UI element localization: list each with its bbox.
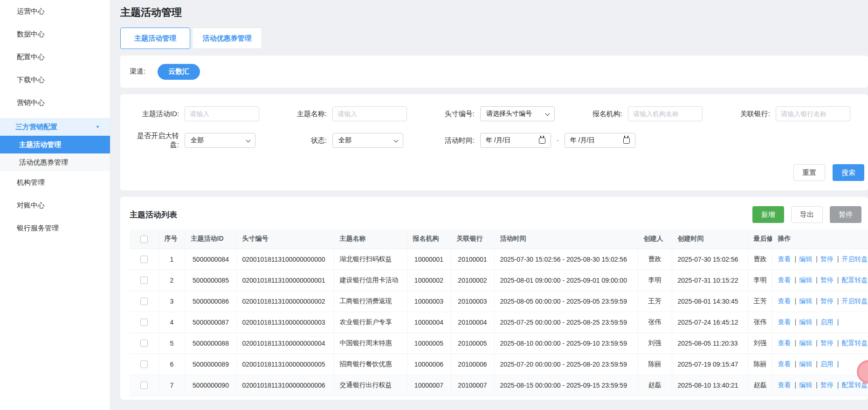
table-row: 5500000008802001018113100000000004中国银行周末… bbox=[130, 333, 868, 354]
sidebar-item-bank-service-mgmt[interactable]: 银行服务管理 bbox=[0, 217, 110, 240]
action-separator: | bbox=[837, 339, 839, 347]
cell-created: 2025-08-01 14:30:45 bbox=[672, 291, 748, 312]
field-label: 是否开启大转盘: bbox=[130, 132, 185, 149]
sidebar-item-download-center[interactable]: 下载中心 bbox=[0, 69, 110, 91]
action-pause-enable-link[interactable]: 暂停 bbox=[820, 381, 834, 389]
select-all-checkbox[interactable] bbox=[140, 236, 148, 243]
action-view-link[interactable]: 查看 bbox=[778, 276, 791, 284]
date-range-separator: - bbox=[557, 137, 559, 144]
sidebar-item-label: 营销中心 bbox=[17, 98, 45, 107]
sidebar-item-institution-mgmt[interactable]: 机构管理 bbox=[0, 171, 110, 194]
cell-creator: 赵磊 bbox=[638, 375, 672, 396]
field-label: 主题名称: bbox=[277, 110, 332, 118]
bank-input[interactable] bbox=[776, 106, 850, 121]
cell-position_no: 02001018113100000000006 bbox=[236, 375, 334, 396]
start-date-input[interactable]: 年 /月/日 bbox=[480, 133, 551, 148]
sidebar-item-marketing-center[interactable]: 营销中心 bbox=[0, 91, 110, 114]
filter-field-activity-time: 活动时间: 年 /月/日 - 年 /月/日 bbox=[425, 132, 635, 149]
action-wheel-link[interactable]: 配置转盘 bbox=[841, 276, 868, 284]
cell-seq: 5 bbox=[158, 333, 185, 354]
channel-chip-yunshuhui[interactable]: 云数汇 bbox=[158, 64, 200, 80]
status-select[interactable]: 全部 bbox=[332, 133, 403, 148]
row-checkbox[interactable] bbox=[140, 256, 148, 263]
sidebar-item-config-center[interactable]: 配置中心 bbox=[0, 46, 110, 69]
action-edit-link[interactable]: 编辑 bbox=[799, 276, 812, 284]
action-view-link[interactable]: 查看 bbox=[778, 381, 791, 389]
pause-button[interactable]: 暂停 bbox=[830, 206, 861, 223]
row-checkbox[interactable] bbox=[140, 382, 148, 389]
sidebar-subitem-activity-coupon[interactable]: 活动优惠券管理 bbox=[0, 153, 110, 171]
action-wheel-link[interactable]: 开启转盘 bbox=[841, 297, 868, 305]
action-separator: | bbox=[837, 318, 839, 326]
sidebar-item-reconciliation-center[interactable]: 对账中心 bbox=[0, 194, 110, 217]
chevron-down-icon bbox=[545, 111, 550, 116]
sidebar-subitem-label: 主题活动管理 bbox=[19, 140, 61, 149]
cell-position_no: 02001018113100000000001 bbox=[236, 270, 334, 291]
column-header: 头寸编号 bbox=[236, 229, 334, 249]
cell-time: 2025-07-20 00:00:00 - 2025-08-20 23:59:5… bbox=[494, 354, 638, 375]
action-wheel-link[interactable]: 配置转盘 bbox=[841, 339, 868, 347]
row-checkbox[interactable] bbox=[140, 319, 148, 326]
action-view-link[interactable]: 查看 bbox=[778, 360, 791, 368]
row-checkbox-cell bbox=[130, 249, 158, 270]
action-separator: | bbox=[816, 276, 818, 284]
export-button[interactable]: 导出 bbox=[791, 206, 823, 223]
action-pause-enable-link[interactable]: 暂停 bbox=[820, 297, 834, 305]
action-edit-link[interactable]: 编辑 bbox=[799, 297, 812, 305]
table-row: 4500000008702001018113100000000003农业银行新户… bbox=[130, 312, 868, 333]
tab-theme-activity-mgmt[interactable]: 主题活动管理 bbox=[120, 28, 190, 49]
sidebar-item-operations-center[interactable]: 运营中心 bbox=[0, 0, 110, 23]
position-no-select[interactable]: 请选择头寸编号 bbox=[480, 106, 555, 121]
action-view-link[interactable]: 查看 bbox=[778, 339, 791, 347]
cell-time: 2025-07-30 15:02:56 - 2025-08-30 15:02:5… bbox=[494, 249, 638, 270]
sidebar-item-data-center[interactable]: 数据中心 bbox=[0, 23, 110, 46]
action-pause-enable-link[interactable]: 暂停 bbox=[820, 255, 834, 263]
row-checkbox[interactable] bbox=[140, 277, 148, 284]
action-edit-link[interactable]: 编辑 bbox=[799, 339, 812, 347]
cell-org: 10000006 bbox=[407, 354, 451, 375]
tab-activity-coupon-mgmt[interactable]: 活动优惠券管理 bbox=[192, 28, 262, 49]
action-edit-link[interactable]: 编辑 bbox=[799, 381, 812, 389]
action-view-link[interactable]: 查看 bbox=[778, 297, 791, 305]
column-header: 创建人 bbox=[638, 229, 672, 249]
action-edit-link[interactable]: 编辑 bbox=[799, 318, 812, 326]
action-pause-enable-link[interactable]: 启用 bbox=[820, 318, 834, 326]
row-checkbox[interactable] bbox=[140, 361, 148, 368]
column-header-truncated: 最后修改人 bbox=[748, 229, 772, 249]
cell-time: 2025-08-10 00:00:00 - 2025-09-10 23:59:5… bbox=[494, 333, 638, 354]
main-content: 主题活动管理 主题活动管理 活动优惠券管理 渠道: 云数汇 主题活动ID: 主题… bbox=[110, 0, 868, 410]
action-separator: | bbox=[816, 255, 818, 263]
action-pause-enable-link[interactable]: 启用 bbox=[820, 360, 834, 368]
column-header: 创建时间 bbox=[672, 229, 748, 249]
cell-creator: 张伟 bbox=[638, 312, 672, 333]
wheel-select[interactable]: 全部 bbox=[185, 133, 255, 148]
row-checkbox[interactable] bbox=[140, 298, 148, 305]
row-checkbox[interactable] bbox=[140, 340, 148, 347]
action-view-link[interactable]: 查看 bbox=[778, 255, 791, 263]
action-separator: | bbox=[816, 339, 818, 347]
reset-button[interactable]: 重置 bbox=[793, 164, 825, 181]
add-button[interactable]: 新增 bbox=[752, 206, 784, 223]
search-button[interactable]: 搜索 bbox=[833, 164, 864, 181]
action-edit-link[interactable]: 编辑 bbox=[799, 255, 812, 263]
cell-created: 2025-08-10 13:40:21 bbox=[672, 375, 748, 396]
action-wheel-link[interactable]: 开启转盘 bbox=[841, 255, 868, 263]
field-label: 主题活动ID: bbox=[130, 110, 185, 118]
sidebar-item-label: 下载中心 bbox=[17, 76, 45, 84]
action-separator: | bbox=[837, 255, 839, 263]
cell-actions: 查看|编辑|启用| bbox=[772, 354, 868, 375]
action-pause-enable-link[interactable]: 暂停 bbox=[820, 276, 834, 284]
tab-bar: 主题活动管理 活动优惠券管理 bbox=[120, 28, 868, 49]
channel-label: 渠道: bbox=[130, 67, 145, 76]
theme-name-input[interactable] bbox=[332, 106, 407, 121]
action-separator: | bbox=[795, 360, 797, 368]
org-input[interactable] bbox=[628, 106, 703, 121]
end-date-input[interactable]: 年 /月/日 bbox=[565, 133, 635, 148]
action-edit-link[interactable]: 编辑 bbox=[799, 360, 812, 368]
sidebar-subitem-theme-activity[interactable]: 主题活动管理 bbox=[0, 136, 110, 153]
cell-modifier: 李明 bbox=[748, 270, 772, 291]
action-pause-enable-link[interactable]: 暂停 bbox=[820, 339, 834, 347]
sidebar-group-thirdparty-marketing[interactable]: 三方营销配置 ▼ bbox=[0, 118, 110, 136]
action-view-link[interactable]: 查看 bbox=[778, 318, 791, 326]
activity-id-input[interactable] bbox=[185, 106, 259, 121]
